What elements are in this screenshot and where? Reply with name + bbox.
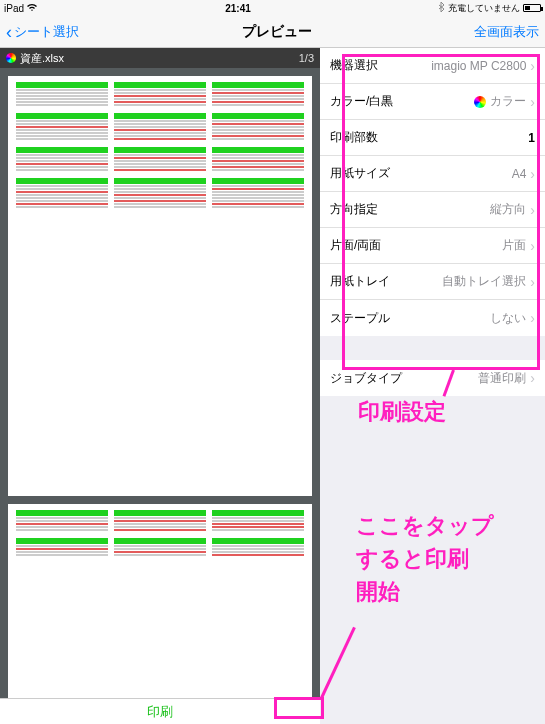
setting-value: しない	[490, 310, 526, 327]
setting-row[interactable]: 方向指定縦方向›	[320, 192, 545, 228]
setting-value: A4	[512, 167, 527, 181]
status-bar: iPad 21:41 充電していません	[0, 0, 545, 16]
setting-label: ステープル	[330, 310, 490, 327]
page-indicator: 1/3	[299, 52, 314, 64]
battery-icon	[523, 4, 541, 12]
chevron-right-icon: ›	[530, 58, 535, 74]
setting-label: 印刷部数	[330, 129, 528, 146]
job-type-row[interactable]: ジョブタイプ普通印刷›	[320, 360, 545, 396]
setting-row[interactable]: 用紙サイズA4›	[320, 156, 545, 192]
back-label: シート選択	[14, 23, 79, 41]
chevron-right-icon: ›	[530, 370, 535, 386]
setting-value: 1	[528, 131, 535, 145]
preview-panel: 資産.xlsx 1/3	[0, 48, 320, 724]
fullscreen-label: 全画面表示	[474, 24, 539, 39]
setting-label: 用紙サイズ	[330, 165, 512, 182]
setting-row[interactable]: ステープルしない›	[320, 300, 545, 336]
bluetooth-icon	[438, 2, 445, 14]
setting-value: 片面	[502, 237, 526, 254]
setting-label: カラー/白黒	[330, 93, 474, 110]
setting-label: 片面/両面	[330, 237, 502, 254]
chevron-right-icon: ›	[530, 238, 535, 254]
setting-row[interactable]: 機器選択imagio MP C2800›	[320, 48, 545, 84]
chevron-left-icon: ‹	[6, 23, 12, 41]
chevron-right-icon: ›	[530, 94, 535, 110]
chevron-right-icon: ›	[530, 274, 535, 290]
charging-label: 充電していません	[448, 2, 520, 15]
setting-row[interactable]: 片面/両面片面›	[320, 228, 545, 264]
wifi-icon	[26, 2, 38, 14]
setting-row[interactable]: 印刷部数1	[320, 120, 545, 156]
preview-header: 資産.xlsx 1/3	[0, 48, 320, 68]
preview-scroll[interactable]	[0, 68, 320, 698]
device-label: iPad	[4, 3, 24, 14]
setting-value: imagio MP C2800	[431, 59, 526, 73]
clock: 21:41	[38, 3, 438, 14]
settings-list-main: 機器選択imagio MP C2800›カラー/白黒カラー›印刷部数1用紙サイズ…	[320, 48, 545, 336]
setting-label: ジョブタイプ	[330, 370, 478, 387]
filename: 資産.xlsx	[20, 51, 64, 66]
back-button[interactable]: ‹ シート選択	[6, 23, 79, 41]
page-thumbnail[interactable]	[8, 504, 312, 698]
setting-label: 用紙トレイ	[330, 273, 442, 290]
page-thumbnail[interactable]	[8, 76, 312, 496]
chevron-right-icon: ›	[530, 166, 535, 182]
print-label: 印刷	[147, 703, 173, 721]
chevron-right-icon: ›	[530, 310, 535, 326]
setting-row[interactable]: 用紙トレイ自動トレイ選択›	[320, 264, 545, 300]
settings-list-job: ジョブタイプ普通印刷›	[320, 360, 545, 396]
nav-bar: ‹ シート選択 プレビュー 全画面表示	[0, 16, 545, 48]
page-title: プレビュー	[79, 23, 474, 41]
file-type-icon	[6, 53, 16, 63]
settings-panel: 機器選択imagio MP C2800›カラー/白黒カラー›印刷部数1用紙サイズ…	[320, 48, 545, 724]
setting-value: カラー	[474, 93, 526, 110]
color-wheel-icon	[474, 96, 486, 108]
setting-label: 機器選択	[330, 57, 431, 74]
setting-value: 縦方向	[490, 201, 526, 218]
setting-row[interactable]: カラー/白黒カラー›	[320, 84, 545, 120]
setting-value: 自動トレイ選択	[442, 273, 526, 290]
print-button[interactable]: 印刷	[0, 698, 320, 724]
setting-value: 普通印刷	[478, 370, 526, 387]
setting-label: 方向指定	[330, 201, 490, 218]
fullscreen-button[interactable]: 全画面表示	[474, 23, 539, 41]
chevron-right-icon: ›	[530, 202, 535, 218]
